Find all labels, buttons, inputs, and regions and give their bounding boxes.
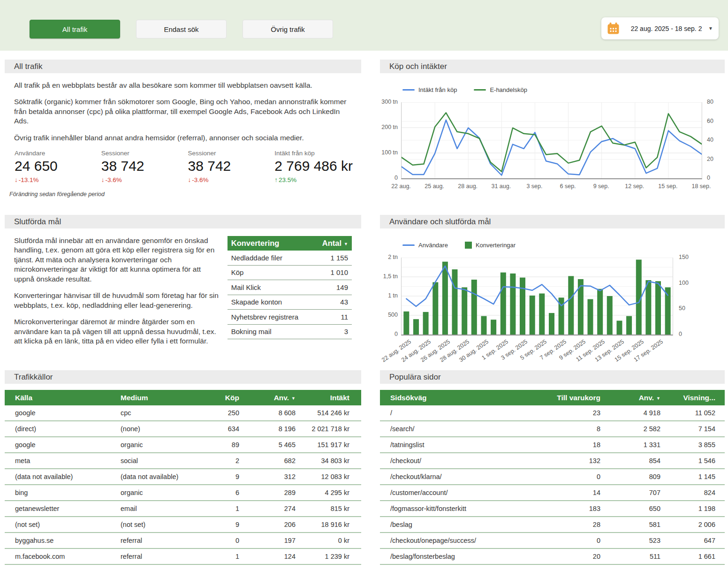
konverteringar-bar (481, 316, 487, 335)
col-header-kalla[interactable]: Källa (5, 394, 110, 402)
table-row: /beslag/fonsterbeslag205111 661 (380, 549, 725, 565)
cell: 581 (612, 521, 672, 528)
kpi-delta: ↓-3.6% (101, 176, 188, 183)
paragraph: All trafik på en webbplats består av all… (14, 81, 347, 90)
cell: 707 (612, 489, 672, 496)
table-row: /checkout/klarna/08091 145 (380, 469, 725, 485)
konverteringar-bar (423, 312, 429, 335)
cell: 2 006 (672, 521, 725, 528)
cell: (not set) (110, 521, 211, 528)
y-axis-left-tick: 1,5 tn (380, 273, 398, 280)
table-row: /checkout/onepage/success/0523647 (380, 533, 725, 549)
tab-ovrig-trafik[interactable]: Övrig trafik (243, 20, 333, 38)
section-title-all-trafik: All trafik (5, 60, 361, 73)
cell: 3 855 (672, 441, 725, 449)
cell: (direct) (5, 425, 110, 433)
col-header-anv[interactable]: Anv.▼ (251, 394, 307, 402)
cell: 634 (211, 425, 251, 433)
cell: 0 (532, 537, 612, 544)
cell: 20 (532, 553, 612, 560)
cell: 647 (672, 537, 725, 544)
table-row: (data not available)(data not available)… (5, 469, 361, 485)
x-axis-tick: 3 sep. (526, 183, 542, 190)
table-row: /checkout/1328541 546 (380, 453, 725, 469)
cell: (data not available) (5, 473, 110, 480)
tab-all-trafik[interactable]: All trafik (30, 20, 120, 38)
col-header-intakt[interactable]: Intäkt (307, 394, 361, 402)
konverteringar-bar (403, 312, 409, 335)
cell: /fogmassor-kitt/fonsterkitt (380, 505, 532, 512)
kpi-label: Intäkt från köp (274, 150, 361, 157)
cell: 0 (211, 537, 251, 544)
y-axis-right-tick: 0 (707, 175, 710, 181)
trafikkallor-header-row: Källa Medium Köp Anv.▼ Intäkt (5, 390, 361, 405)
cell: 0 kr (307, 537, 361, 544)
conversion-count: 43 (308, 298, 348, 306)
cell: 124 (251, 553, 307, 560)
cell: organic (110, 489, 211, 496)
table-row: googlecpc2508 608514 246 kr (5, 405, 361, 421)
cell: 854 (612, 457, 672, 464)
x-axis-tick: 25 aug. (425, 183, 444, 190)
cell: cpc (110, 409, 211, 417)
cell: bing (5, 489, 110, 496)
cell: 34 803 kr (307, 457, 361, 464)
konverteringar-bar (539, 294, 545, 335)
blue-line-swatch-icon (402, 89, 415, 91)
cell: 9 (211, 521, 251, 528)
konverteringar-bar (471, 280, 477, 335)
intakt-line (402, 120, 702, 175)
chart1-plot-area (401, 102, 702, 179)
legend-item-intakt: Intäkt från köp (402, 86, 457, 93)
kpi-footnote: Förändring sedan föregående period (5, 191, 361, 198)
col-header-sidsokvag[interactable]: Sidsökväg (380, 394, 532, 402)
cell: /beslag (380, 521, 532, 528)
konverteringar-bar (655, 281, 661, 335)
cell: 1 198 (672, 505, 725, 512)
col-header-kop[interactable]: Köp (211, 394, 251, 402)
x-axis-tick: 31 aug. (491, 183, 511, 190)
conversion-row: Köp1 010 (228, 266, 352, 281)
tab-label: All trafik (62, 25, 87, 33)
col-header-medium[interactable]: Medium (110, 394, 211, 402)
populara-sidor-header-row: Sidsökväg Till varukorg Anv.▼ Visning... (380, 390, 725, 405)
chart2-plot-area (401, 258, 673, 335)
col-header-konvertering[interactable]: Konvertering (231, 239, 308, 248)
konverteringar-bar (597, 289, 603, 335)
cell: 289 (251, 489, 307, 496)
y-axis-right-tick: 80 (707, 99, 713, 105)
cell: 4 295 kr (307, 489, 361, 496)
paragraph: Slutförda mål innebär att en användare g… (14, 236, 220, 284)
cell: 1 (211, 505, 251, 512)
col-header-anv[interactable]: Anv.▼ (612, 394, 672, 402)
konverteringar-bar (530, 296, 535, 335)
green-box-swatch-icon (465, 242, 472, 249)
cell: meta (5, 457, 110, 464)
section-title-trafikkallor: Trafikkällor (5, 370, 361, 384)
col-header-visningar[interactable]: Visning... (672, 394, 725, 402)
cell: 183 (532, 505, 612, 512)
cell: /checkout/klarna/ (380, 473, 532, 480)
conversion-name: Bokning mail (231, 327, 308, 335)
cell: referral (110, 553, 211, 560)
y-axis-left-tick: 200 tn (380, 124, 398, 130)
konverteringar-bar (520, 278, 525, 335)
cell: organic (110, 441, 211, 449)
cell: 1 (211, 553, 251, 560)
conversion-table: Konvertering Antal▼ Nedladdade filer1 15… (228, 236, 352, 353)
x-axis-tick: 18 sep. (691, 183, 711, 190)
cell: 824 (672, 489, 725, 496)
col-header-antal[interactable]: Antal▼ (308, 239, 348, 248)
table-row: googleorganic895 465151 917 kr (5, 437, 361, 453)
cell: 14 (532, 489, 612, 496)
cell: getanewsletter (5, 505, 110, 512)
cell: 9 (211, 473, 251, 480)
tab-endast-sok[interactable]: Endast sök (136, 20, 227, 38)
cell: m.facebook.com (5, 553, 110, 560)
col-header-till-varukorg[interactable]: Till varukorg (532, 394, 612, 402)
paragraph: Microkonverteringar däremot är mindre åt… (14, 317, 220, 346)
chart1-legend: Intäkt från köp E-handelsköp (402, 86, 527, 93)
y-axis-right-tick: 50 (679, 305, 685, 312)
green-line-swatch-icon (474, 89, 486, 91)
date-range-picker[interactable]: 22 aug. 2025 - 18 sep. 2 ▼ (601, 17, 719, 39)
